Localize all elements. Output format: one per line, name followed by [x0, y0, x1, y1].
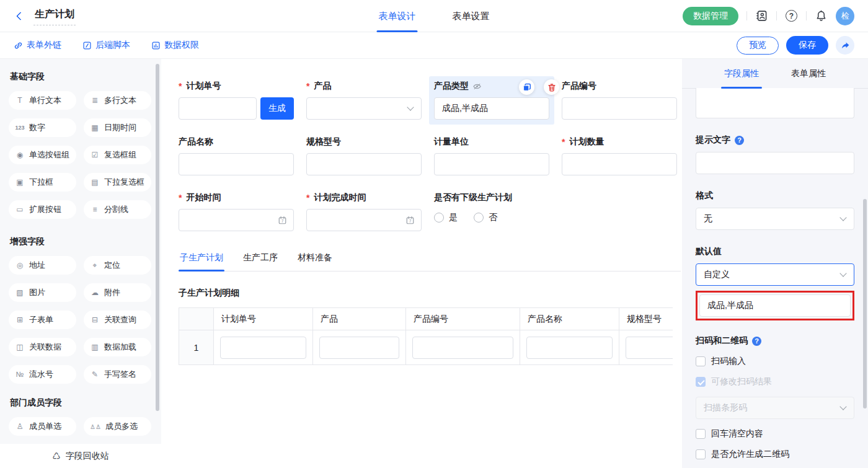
field-finish-time[interactable]: 计划完成时间 7 — [306, 193, 422, 231]
radio-option-yes[interactable]: 是 — [434, 212, 458, 223]
checkbox-unchecked-icon[interactable] — [696, 429, 706, 439]
field-spec-model[interactable]: 规格型号 — [306, 137, 422, 175]
data-permission-link[interactable]: 数据权限 — [151, 40, 199, 51]
default-value-text: 成品,半成品 — [707, 300, 753, 311]
field-product[interactable]: 产品 — [306, 81, 422, 120]
notification-bell-icon[interactable] — [815, 9, 828, 22]
field-product-type[interactable]: 产品类型 成品,半成品 — [434, 81, 549, 120]
product-select[interactable] — [306, 97, 422, 120]
sidebar-item-related-data[interactable]: ◫关联数据 — [9, 338, 76, 356]
help-icon[interactable]: ? — [785, 9, 798, 22]
tab-material-preparation[interactable]: 材料准备 — [296, 249, 334, 271]
product-name-input[interactable] — [179, 153, 294, 175]
sidebar-item-checkbox-group[interactable]: ☑复选框组 — [84, 146, 151, 164]
checkbox-unchecked-icon[interactable] — [696, 449, 706, 459]
preview-button[interactable]: 预览 — [737, 37, 779, 55]
cell-product-code-input[interactable] — [412, 337, 513, 359]
format-select[interactable]: 无 — [696, 208, 854, 230]
help-question-icon[interactable]: ? — [735, 136, 744, 145]
field-unit[interactable]: 计量单位 — [434, 137, 549, 175]
panel-scrollbar[interactable] — [863, 199, 867, 408]
save-button[interactable]: 保存 — [786, 36, 828, 55]
sidebar-item-dropdown-multiselect[interactable]: ▤下拉复选框 — [84, 173, 151, 192]
group-title-members: 部门成员字段 — [10, 397, 151, 408]
plan-quantity-input[interactable] — [562, 153, 677, 175]
plan-number-input[interactable] — [179, 97, 257, 120]
sidebar-item-number[interactable]: 123数字 — [9, 118, 76, 137]
field-product-code[interactable]: 产品编号 — [562, 81, 677, 120]
radio-option-no[interactable]: 否 — [474, 212, 497, 223]
back-button[interactable] — [14, 9, 27, 23]
product-type-input[interactable]: 成品,半成品 — [434, 97, 549, 120]
sidebar-item-subform[interactable]: ⊞子表单 — [9, 311, 76, 329]
sidebar-item-member-multi[interactable]: ♙♙成员多选 — [84, 417, 151, 436]
subform-table-clip: 计划单号 产品 产品编号 产品名称 规格型号 1 — [179, 307, 673, 365]
sidebar-item-member-single[interactable]: ♙成员单选 — [9, 417, 76, 436]
finish-time-input[interactable]: 7 — [306, 209, 422, 231]
sidebar-item-serial-number[interactable]: №流水号 — [9, 365, 76, 384]
cell-spec-model-input[interactable] — [626, 337, 673, 359]
sidebar-item-address[interactable]: ◎地址 — [9, 256, 76, 275]
sidebar-item-radio-group[interactable]: ◉单选按钮组 — [9, 146, 76, 164]
unit-input[interactable] — [434, 153, 549, 175]
user-avatar[interactable]: 检 — [836, 7, 854, 25]
field-plan-quantity[interactable]: 计划数量 — [562, 137, 677, 175]
field-recycle-bin[interactable]: ♺ 字段回收站 — [0, 444, 161, 468]
share-button[interactable] — [836, 36, 854, 55]
cell-product-name-input[interactable] — [526, 337, 613, 359]
label-text: 格式 — [696, 190, 713, 201]
sidebar-item-signature[interactable]: ✎手写签名 — [84, 365, 151, 384]
spec-model-input[interactable] — [306, 153, 422, 175]
sidebar-item-attachment[interactable]: ☁附件 — [84, 283, 151, 302]
field-start-time[interactable]: 开始时间 7 — [179, 193, 294, 231]
delete-field-button[interactable] — [544, 79, 559, 95]
field-has-sub-plan[interactable]: 是否有下级生产计划 是 否 — [434, 193, 595, 231]
sidebar-item-dropdown[interactable]: ▣下拉框 — [9, 173, 76, 192]
backend-script-link[interactable]: 后端脚本 — [82, 40, 130, 51]
cell-product-input[interactable] — [319, 337, 399, 359]
scan-input-checkbox-row[interactable]: 扫码输入 — [696, 356, 854, 367]
allow-qr-checkbox-row[interactable]: 是否允许生成二维码 — [696, 449, 854, 460]
group-title-enhanced: 增强字段 — [10, 236, 151, 247]
sidebar-item-location[interactable]: ⌖定位 — [84, 256, 151, 275]
page-title[interactable]: 生产计划 — [33, 7, 76, 25]
script-icon — [82, 41, 92, 50]
tab-production-process[interactable]: 生产工序 — [242, 249, 279, 271]
item-label: 单选按钮组 — [29, 149, 69, 161]
hint-text-input[interactable] — [696, 152, 854, 174]
sidebar-item-datetime[interactable]: ▦日期时间 — [84, 118, 151, 137]
default-mode-select[interactable]: 自定义 — [696, 263, 854, 286]
form-external-link[interactable]: 表单外链 — [14, 40, 61, 51]
calendar-icon: 7 — [278, 216, 287, 225]
field-label: 产品编号 — [562, 81, 596, 92]
sidebar-item-divider[interactable]: ≡分割线 — [84, 200, 151, 219]
field-plan-number[interactable]: 计划单号 生成 — [179, 81, 294, 120]
enter-clear-checkbox-row[interactable]: 回车清空内容 — [696, 428, 854, 439]
start-time-input[interactable]: 7 — [179, 209, 294, 231]
tab-field-properties[interactable]: 字段属性 — [724, 59, 759, 89]
sidebar-item-related-query[interactable]: ⊟关联查询 — [84, 311, 151, 329]
sidebar-item-extension-button[interactable]: ▭扩展按钮 — [9, 200, 76, 219]
tab-sub-production-plan[interactable]: 子生产计划 — [179, 249, 224, 271]
generate-button[interactable]: 生成 — [260, 97, 294, 120]
calendar-icon: 7 — [405, 216, 415, 225]
cell-plan-number-input[interactable] — [220, 337, 306, 359]
contacts-icon[interactable] — [755, 9, 768, 22]
tab-form-design[interactable]: 表单设计 — [379, 0, 416, 32]
default-value-input[interactable]: 成品,半成品 — [699, 294, 851, 317]
sidebar-item-data-load[interactable]: ▥数据加载 — [84, 338, 151, 356]
help-question-icon[interactable]: ? — [752, 337, 761, 346]
related-data-icon: ◫ — [15, 343, 25, 351]
tab-form-settings[interactable]: 表单设置 — [453, 0, 490, 32]
product-code-input[interactable] — [562, 97, 677, 120]
field-product-name[interactable]: 产品名称 — [179, 137, 294, 175]
copy-field-button[interactable] — [519, 79, 534, 95]
tab-form-properties[interactable]: 表单属性 — [791, 59, 826, 89]
sidebar-item-single-line-text[interactable]: T单行文本 — [9, 91, 76, 110]
checkbox-unchecked-icon[interactable] — [696, 356, 706, 366]
field-title-input[interactable] — [696, 88, 854, 118]
sidebar-item-multi-line-text[interactable]: ≣多行文本 — [84, 91, 151, 110]
sidebar-item-image[interactable]: ▧图片 — [9, 283, 76, 302]
sidebar-scrollbar[interactable] — [156, 64, 159, 411]
data-manage-button[interactable]: 数据管理 — [683, 7, 738, 25]
